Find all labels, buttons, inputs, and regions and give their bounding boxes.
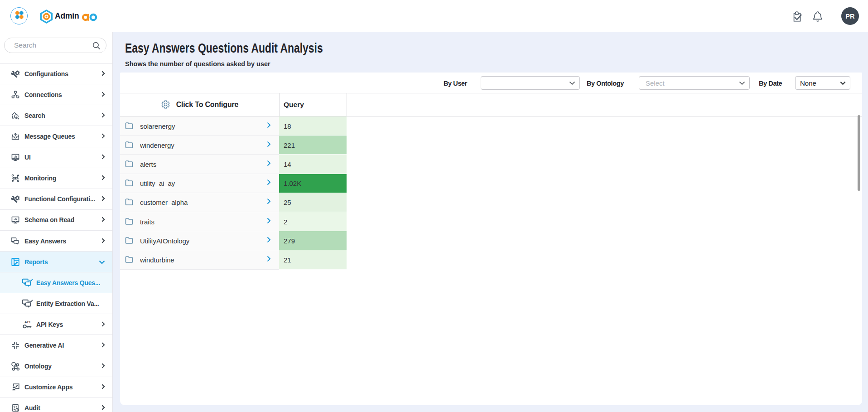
svg-text:API: API	[24, 320, 30, 324]
